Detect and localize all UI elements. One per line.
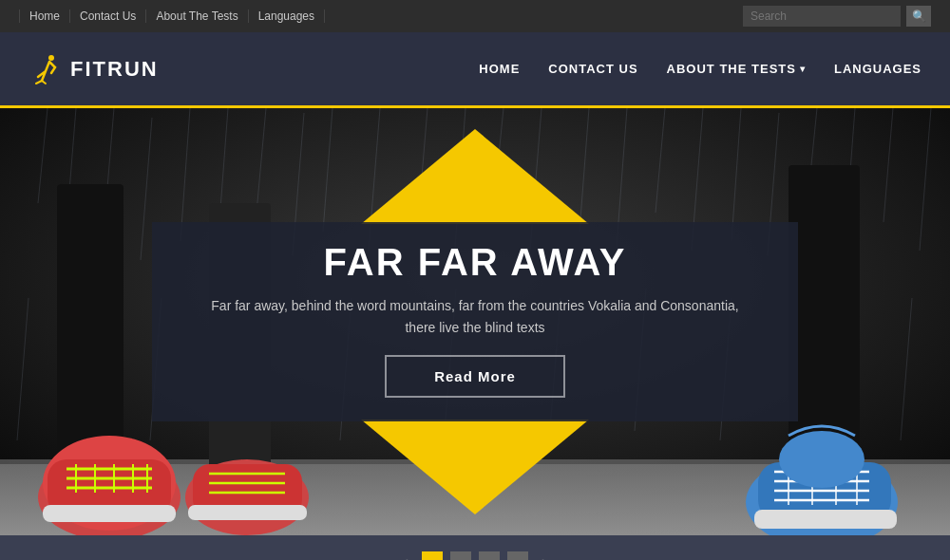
slider-prev-arrow[interactable]: ‹	[397, 552, 414, 561]
search-input[interactable]	[743, 6, 901, 27]
runner-icon	[28, 52, 63, 86]
hero-text-block: FAR FAR AWAY Far far away, behind the wo…	[152, 222, 798, 421]
read-more-button[interactable]: Read More	[385, 355, 565, 398]
hero-title: FAR FAR AWAY	[209, 241, 741, 284]
slider-dot-2[interactable]	[450, 551, 471, 560]
admin-nav-about[interactable]: About The Tests	[146, 9, 248, 23]
nav-about-tests[interactable]: ABOUT THE TESTS ▾	[667, 62, 806, 76]
search-button[interactable]: 🔍	[906, 6, 931, 27]
logo[interactable]: FITRUN	[28, 52, 159, 86]
chevron-down-icon: ▾	[800, 64, 806, 74]
diamond-down-decoration	[361, 420, 589, 514]
nav-languages[interactable]: LANGUAGES	[834, 62, 922, 76]
main-navigation: HOME CONTACT US ABOUT THE TESTS ▾ LANGUA…	[479, 62, 922, 76]
admin-bar: Home Contact Us About The Tests Language…	[0, 0, 950, 32]
admin-nav: Home Contact Us About The Tests Language…	[19, 9, 325, 23]
main-header: FITRUN HOME CONTACT US ABOUT THE TESTS ▾…	[0, 32, 950, 108]
slider-next-arrow[interactable]: ›	[536, 552, 553, 561]
svg-point-0	[48, 55, 54, 61]
slider-dot-4[interactable]	[507, 551, 528, 560]
hero-description: Far far away, behind the word mountains,…	[209, 295, 741, 338]
slider-dot-3[interactable]	[479, 551, 500, 560]
slider-controls: ‹ ›	[0, 535, 950, 560]
nav-contact[interactable]: CONTACT US	[548, 62, 637, 76]
admin-nav-home[interactable]: Home	[19, 9, 70, 23]
admin-nav-languages[interactable]: Languages	[249, 9, 325, 23]
hero-section: FAR FAR AWAY Far far away, behind the wo…	[0, 108, 950, 535]
nav-home[interactable]: HOME	[479, 62, 520, 76]
hero-content: FAR FAR AWAY Far far away, behind the wo…	[0, 108, 950, 535]
diamond-up-decoration	[361, 129, 589, 224]
logo-text: FITRUN	[70, 57, 159, 82]
slider-dot-1[interactable]	[422, 551, 443, 560]
admin-search-area: 🔍	[743, 6, 931, 27]
admin-nav-contact[interactable]: Contact Us	[70, 9, 146, 23]
